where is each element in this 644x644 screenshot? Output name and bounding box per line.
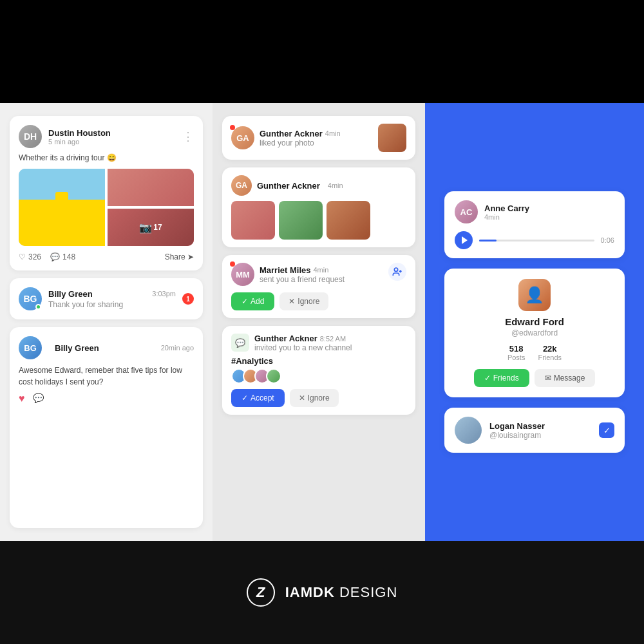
middle-panel: GA Gunther Ackner 4min liked your photo … [213, 103, 425, 541]
share-label: Share [165, 252, 185, 261]
message-card-billy[interactable]: BG Billy Green 3:03pm Thank you for shar… [10, 278, 203, 319]
user-info-dustin: Dustin Houston 5 min ago [48, 128, 111, 146]
footer-logo: Z [247, 578, 275, 607]
friends-button[interactable]: ✓ Friends [474, 369, 529, 387]
post2-actions: ♥ 💬 [19, 393, 194, 404]
envelope-icon: ✉ [545, 374, 551, 383]
audio-card-header: AC Anne Carry 4min [455, 200, 614, 223]
stat-friends-count: 22k [538, 344, 562, 354]
post-user-time: 5 min ago [48, 138, 111, 146]
likes-action[interactable]: ♡ 326 [19, 252, 41, 261]
post-header: DH Dustin Houston 5 min ago ⋮ [19, 125, 194, 148]
notif-liked-photo: GA Gunther Ackner 4min liked your photo [222, 116, 415, 160]
comments-count: 148 [62, 252, 75, 261]
main-area: DH Dustin Houston 5 min ago ⋮ Whether it… [0, 103, 644, 541]
freq-action: sent you a friend request [260, 275, 345, 284]
anne-info: Anne Carry 4min [484, 204, 529, 221]
notif-user-name-2: Gunther Ackner [257, 181, 320, 191]
anne-time: 4min [484, 213, 529, 221]
avatar-logan [455, 417, 482, 444]
liked-photo-thumb [378, 124, 406, 152]
avatar-wrap-billy-msg: BG [19, 287, 42, 310]
post-menu-dots[interactable]: ⋮ [182, 129, 194, 144]
logan-handle: @louisaingram [489, 431, 591, 440]
anne-name: Anne Carry [484, 204, 529, 213]
svg-point-0 [394, 268, 397, 271]
ch-buttons: ✓ Accept ✕ Ignore [231, 389, 406, 407]
logo-letter: Z [256, 584, 265, 601]
audio-duration: 0:06 [601, 236, 614, 244]
post2-user-info: Billy Green [55, 343, 155, 353]
top-bar [0, 0, 644, 103]
x-icon-2: ✕ [299, 393, 305, 402]
ch-action: invited you to a new channel [254, 343, 352, 352]
stat-friends-label: Friends [538, 354, 562, 361]
post2-text: Awesome Edward, remeber that five tips f… [19, 365, 194, 388]
post2-card: BG Billy Green 20min ago Awesome Edward,… [10, 327, 203, 528]
ch-ignore-button[interactable]: ✕ Ignore [290, 389, 339, 407]
brand-bold: IAMDK [285, 584, 335, 600]
avatar-gunther-2: GA [231, 175, 252, 196]
play-button[interactable] [455, 231, 473, 249]
msg-time: 3:03pm [152, 290, 176, 298]
heart-icon: ♡ [19, 252, 26, 261]
camera-icon: 📷 [139, 222, 152, 234]
add-friend-icon[interactable] [388, 263, 406, 281]
comment-icon-2[interactable]: 💬 [33, 393, 44, 404]
logan-info: Logan Nasser @louisaingram [489, 421, 591, 440]
user-check-card: Logan Nasser @louisaingram ✓ [444, 408, 625, 453]
play-icon [462, 236, 468, 244]
stat-posts-count: 518 [507, 344, 526, 354]
checkmark-icon-friends: ✓ [484, 374, 491, 383]
unread-badge: 1 [182, 293, 194, 305]
ch-user-info: Gunther Ackner 8:52 AM invited you to a … [254, 334, 352, 352]
audio-progress-fill [479, 240, 497, 242]
profile-avatar-edward: 👤 [518, 279, 551, 311]
accept-button[interactable]: ✓ Accept [231, 389, 285, 407]
profile-buttons: ✓ Friends ✉ Message [455, 369, 614, 387]
avatar-person-icon: 👤 [525, 286, 544, 304]
friend-request-card: MM Marriet Miles 4min sent you a friend … [222, 255, 415, 318]
notif-photos-card: GA Gunther Ackner 4min [222, 167, 415, 247]
notif-photo-3 [327, 201, 370, 240]
msg-header: Billy Green 3:03pm [48, 289, 176, 299]
checkmark-icon: ✓ [242, 297, 248, 306]
message-content: Billy Green 3:03pm Thank you for sharing [48, 289, 176, 309]
notif-dot-1 [230, 125, 235, 130]
post-text: Whether its a driving tour 😄 [19, 153, 194, 162]
msg-user-name: Billy Green [48, 289, 93, 299]
share-button[interactable]: Share ➤ [165, 252, 194, 261]
ignore-button[interactable]: ✕ Ignore [279, 292, 328, 310]
checkmark-icon-2: ✓ [242, 393, 248, 402]
ch-member-4 [266, 368, 281, 384]
post2-time: 20min ago [161, 344, 194, 352]
message-button[interactable]: ✉ Message [535, 369, 596, 387]
channel-icon: 💬 [231, 334, 249, 352]
ch-name-row: Gunther Ackner 8:52 AM [254, 334, 352, 343]
ch-time: 8:52 AM [320, 335, 346, 343]
add-button[interactable]: ✓ Add [231, 292, 274, 310]
comments-action[interactable]: 💬 148 [50, 252, 75, 261]
notif-photo-1 [231, 201, 275, 240]
gunther-avatar-wrap: GA [231, 126, 254, 149]
avatar-marriet: MM [231, 263, 254, 286]
profile-name: Edward Ford [455, 316, 614, 327]
stat-friends: 22k Friends [538, 344, 562, 361]
ignore-label: Ignore [298, 297, 319, 306]
check-button[interactable]: ✓ [599, 422, 614, 438]
freq-left: MM Marriet Miles 4min sent you a friend … [231, 263, 345, 286]
audio-progress-bar[interactable] [479, 240, 594, 242]
freq-time: 4min [313, 266, 328, 274]
ch-header: 💬 Gunther Ackner 8:52 AM invited you to … [231, 334, 406, 352]
ch-ignore-label: Ignore [308, 393, 330, 402]
channel-invite-card: 💬 Gunther Ackner 8:52 AM invited you to … [222, 326, 415, 415]
avatar-billy-post: BG [19, 336, 42, 359]
notif-photo-2 [279, 201, 323, 240]
msg-preview: Thank you for sharing [48, 300, 176, 309]
freq-name-row: Marriet Miles 4min [260, 265, 345, 275]
logan-name: Logan Nasser [489, 421, 591, 431]
likes-count: 326 [28, 252, 41, 261]
avatar-anne: AC [455, 200, 478, 223]
post2-user-name: Billy Green [55, 343, 155, 353]
heart-icon-2[interactable]: ♥ [19, 393, 25, 404]
